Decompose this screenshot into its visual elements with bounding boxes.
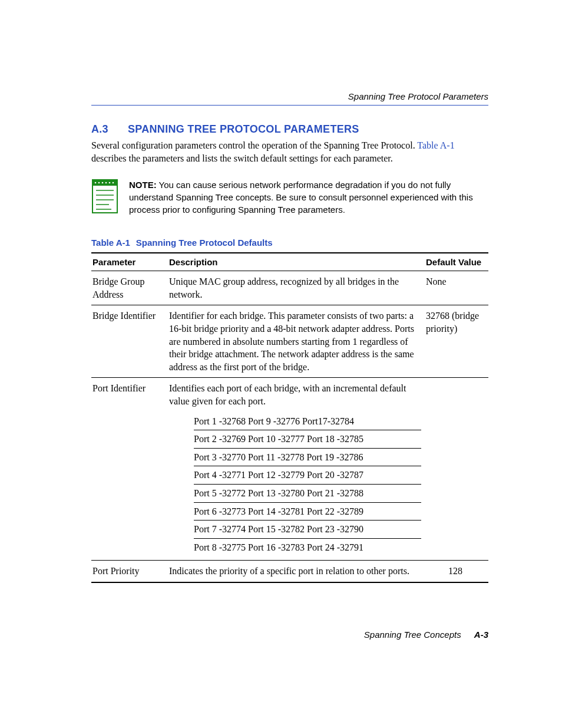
footer-title: Spanning Tree Concepts xyxy=(364,630,461,640)
cell-desc: Identifier for each bridge. This paramet… xyxy=(168,305,425,378)
table-row: Port Identifier Identifies each port of … xyxy=(91,378,488,561)
header-rule xyxy=(91,105,488,106)
intro-text-after: describes the parameters and lists the s… xyxy=(91,153,393,163)
cell-param: Port Identifier xyxy=(91,378,168,561)
intro-text-before: Several configuration parameters control… xyxy=(91,140,417,150)
port-line: Port 7 -32774 Port 15 -32782 Port 23 -32… xyxy=(194,520,421,538)
port-line: Port 6 -32773 Port 14 -32781 Port 22 -32… xyxy=(194,502,421,521)
cell-param: Bridge Identifier xyxy=(91,305,168,378)
cell-param: Bridge Group Address xyxy=(91,271,168,305)
table-caption: Table A-1Spanning Tree Protocol Defaults xyxy=(91,238,488,248)
port-line: Port 1 -32768 Port 9 -32776 Port17-32784 xyxy=(194,408,421,430)
svg-point-2 xyxy=(98,182,100,184)
port-line: Port 4 -32771 Port 12 -32779 Port 20 -32… xyxy=(194,466,421,484)
svg-point-3 xyxy=(102,182,104,184)
note-block: NOTE: You can cause serious network perf… xyxy=(91,179,488,216)
cell-desc: Identifies each port of each bridge, wit… xyxy=(168,378,425,561)
table-number: Table A-1 xyxy=(91,238,130,248)
port-line: Port 3 -32770 Port 11 -32778 Port 19 -32… xyxy=(194,448,421,466)
table-row: Bridge Identifier Identifier for each br… xyxy=(91,305,488,378)
port-line: Port 2 -32769 Port 10 -32777 Port 18 -32… xyxy=(194,430,421,448)
svg-point-1 xyxy=(95,182,97,184)
note-body: You can cause serious network performanc… xyxy=(129,180,473,215)
table-row: Port Priority Indicates the priority of … xyxy=(91,561,488,582)
table-row: Bridge Group Address Unique MAC group ad… xyxy=(91,271,488,305)
defaults-table: Parameter Description Default Value Brid… xyxy=(91,252,488,583)
port-lines: Port 1 -32768 Port 9 -32776 Port17-32784… xyxy=(169,408,421,556)
cell-desc: Indicates the priority of a specific por… xyxy=(168,561,425,582)
footer-page: A-3 xyxy=(474,630,488,640)
cell-def: None xyxy=(425,271,488,305)
note-label: NOTE: xyxy=(129,180,157,190)
section-title: SPANNING TREE PROTOCOL PARAMETERS xyxy=(128,123,359,135)
intro-paragraph: Several configuration parameters control… xyxy=(91,139,488,164)
page-footer: Spanning Tree Concepts A-3 xyxy=(364,630,488,640)
port-line: Port 8 -32775 Port 16 -32783 Port 24 -32… xyxy=(194,538,421,556)
cell-def: 32768 (bridge priority) xyxy=(425,305,488,378)
table-title-text: Spanning Tree Protocol Defaults xyxy=(136,238,273,248)
section-heading: A.3SPANNING TREE PROTOCOL PARAMETERS xyxy=(91,123,488,136)
note-text: NOTE: You can cause serious network perf… xyxy=(129,179,488,216)
cell-desc-text: Identifies each port of each bridge, wit… xyxy=(169,382,421,407)
cell-def: 128 xyxy=(425,561,488,582)
cell-def xyxy=(425,378,488,561)
th-description: Description xyxy=(168,253,425,271)
section-number: A.3 xyxy=(91,123,128,136)
svg-point-6 xyxy=(113,182,114,184)
th-default-value: Default Value xyxy=(425,253,488,271)
th-parameter: Parameter xyxy=(91,253,168,271)
port-line: Port 5 -32772 Port 13 -32780 Port 21 -32… xyxy=(194,484,421,502)
running-head: Spanning Tree Protocol Parameters xyxy=(91,91,488,101)
cell-desc: Unique MAC group address, recognized by … xyxy=(168,271,425,305)
svg-point-5 xyxy=(109,182,111,184)
table-xref-link[interactable]: Table A-1 xyxy=(417,140,454,150)
note-icon xyxy=(91,179,118,216)
svg-point-4 xyxy=(105,182,107,184)
cell-param: Port Priority xyxy=(91,561,168,582)
